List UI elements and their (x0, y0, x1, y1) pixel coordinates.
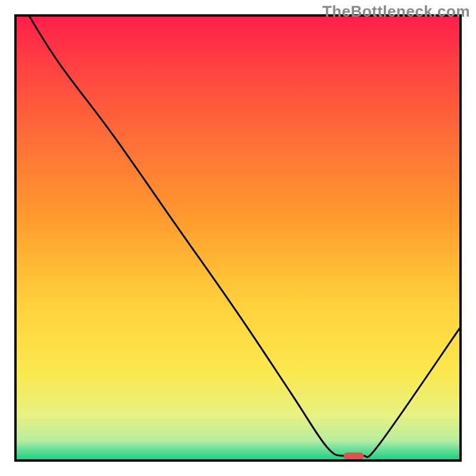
bottleneck-chart (0, 0, 476, 476)
watermark-text: TheBottleneck.com (322, 2, 470, 21)
plot-background (15, 15, 461, 461)
chart-container: TheBottleneck.com (0, 0, 476, 476)
optimal-marker (343, 453, 364, 460)
